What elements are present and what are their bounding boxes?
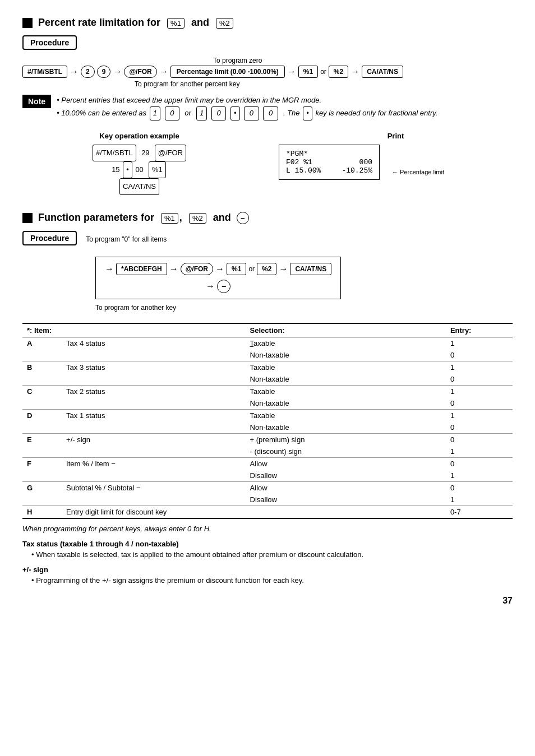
row-item-H: Entry digit limit for discount key bbox=[62, 506, 246, 519]
arrow5: → bbox=[350, 67, 359, 76]
row-item-G: Subtotal % / Subtotal − bbox=[62, 482, 246, 494]
keyop-line2: 15 • 00 %1 bbox=[22, 161, 256, 178]
procedure-badge-1: Procedure bbox=[22, 35, 77, 50]
row-sel-D2: Non-taxable bbox=[246, 421, 446, 434]
th-selection: Selection: bbox=[246, 323, 446, 337]
key-0d: 0 bbox=[263, 106, 278, 120]
keyop-section: Key operation example #/TM/SBTL 29 @/FOR… bbox=[22, 132, 256, 195]
node-pct-limit: Percentage limit (0.00 -100.00%) bbox=[170, 66, 285, 78]
arrow1: → bbox=[70, 67, 79, 76]
flow-row-1: #/TM/SBTL → 2 9 → @/FOR → Percentage lim… bbox=[22, 66, 403, 78]
node-caatns: CA/AT/NS bbox=[362, 66, 403, 78]
node-pct2: %2 bbox=[329, 66, 348, 78]
key-1a: 1 bbox=[150, 106, 160, 120]
row-key-H: H bbox=[22, 506, 62, 519]
node-f-pct1: %1 bbox=[227, 263, 246, 275]
table-row: Non-taxable 0 bbox=[22, 373, 513, 386]
print-line-l15: L 15.00% -10.25% bbox=[286, 166, 372, 175]
node-2: 2 bbox=[81, 66, 95, 78]
table-row: B Tax 3 status Taxable 1 bbox=[22, 361, 513, 374]
key-percent2-badge: %2 bbox=[216, 18, 233, 29]
table-row: D Tax 1 status Taxable 1 bbox=[22, 410, 513, 422]
th-entry: Entry: bbox=[446, 323, 513, 337]
row-sel-F1: Allow bbox=[246, 458, 446, 470]
key-dot: • bbox=[230, 106, 240, 120]
node-f-caatns: CA/AT/NS bbox=[290, 263, 331, 275]
row-sel-D1: Taxable bbox=[246, 410, 446, 422]
key-0c: 0 bbox=[244, 106, 259, 120]
node-pct1: %1 bbox=[298, 66, 318, 78]
row-entry-A2: 0 bbox=[446, 349, 513, 361]
keyop-line1: #/TM/SBTL 29 @/FOR bbox=[22, 145, 256, 161]
page-number: 37 bbox=[22, 596, 513, 606]
section2-bullet bbox=[22, 213, 33, 223]
note-line1: • Percent entries that exceed the upper … bbox=[57, 95, 437, 106]
row-sel-G1: Allow bbox=[246, 482, 446, 494]
s2-key-pct1: %1 bbox=[161, 213, 178, 224]
section1-header: Percent rate limitation for %1 and %2 bbox=[22, 17, 513, 29]
th-item: *: Item: bbox=[22, 323, 62, 337]
print-f02-left: F02 %1 bbox=[286, 158, 312, 166]
row-item-D: Tax 1 status bbox=[62, 410, 246, 422]
print-l15-right: -10.25% bbox=[342, 166, 372, 175]
row-sel-G2: Disallow bbox=[246, 494, 446, 506]
node-minus-circle: − bbox=[217, 280, 230, 293]
func-flow-row2: → − bbox=[206, 280, 331, 293]
row-entry-B1: 1 bbox=[446, 361, 513, 374]
row-entry-B2: 0 bbox=[446, 373, 513, 386]
table-note: When programming for percent keys, alway… bbox=[22, 525, 513, 533]
note-line2: • 10.00% can be entered as 1 0 or 1 0 • … bbox=[57, 106, 437, 120]
note-content: • Percent entries that exceed the upper … bbox=[57, 95, 437, 120]
row-item-B: Tax 3 status bbox=[62, 361, 246, 374]
table-header-row: *: Item: Selection: Entry: bbox=[22, 323, 513, 337]
row-item-C: Tax 2 status bbox=[62, 386, 246, 398]
row-entry-E2: 1 bbox=[446, 446, 513, 458]
sub-title-pm: +/- sign bbox=[22, 565, 513, 574]
keyop-keys: #/TM/SBTL 29 @/FOR 15 • 00 %1 CA/AT/NS bbox=[22, 145, 256, 195]
row-key-B: B bbox=[22, 361, 62, 374]
sub-bullet-tax: • When taxable is selected, tax is appli… bbox=[31, 550, 513, 559]
row-sel-A1: Taxable bbox=[246, 337, 446, 350]
key-percent1-badge: %1 bbox=[167, 18, 185, 29]
sub-title-tax: Tax status (taxable 1 through 4 / non-ta… bbox=[22, 540, 513, 548]
flow-label-top: To program zero bbox=[213, 57, 262, 64]
table-row: E +/- sign + (premium) sign 0 bbox=[22, 434, 513, 446]
row-sel-E1: + (premium) sign bbox=[246, 434, 446, 446]
flow-label-func-top: To program "0" for all items bbox=[86, 235, 167, 243]
row-sel-C1: Taxable bbox=[246, 386, 446, 398]
row-entry-C1: 1 bbox=[446, 386, 513, 398]
table-row: Disallow 1 bbox=[22, 494, 513, 506]
node-9: 9 bbox=[97, 66, 111, 78]
node-hashtm: #/TM/SBTL bbox=[22, 66, 67, 78]
note-box: Note • Percent entries that exceed the u… bbox=[22, 95, 513, 120]
row-key-F: F bbox=[22, 458, 62, 470]
arrow3: → bbox=[159, 67, 168, 76]
key-dot2: • bbox=[303, 106, 312, 120]
func-flow-row1: → *ABCDEFGH → @/FOR → %1 or %2 → CA/AT/N… bbox=[105, 263, 331, 275]
table-row: Non-taxable 0 bbox=[22, 349, 513, 361]
table-row: A Tax 4 status Taxable 1 bbox=[22, 337, 513, 350]
flow-label-bottom: To program for another percent key bbox=[135, 80, 239, 88]
row-item-A: Tax 4 status bbox=[62, 337, 246, 350]
procedure-badge-2: Procedure bbox=[22, 231, 77, 245]
row-entry-G1: 0 bbox=[446, 482, 513, 494]
row-entry-G2: 1 bbox=[446, 494, 513, 506]
node-atfor2: @/FOR bbox=[181, 263, 213, 275]
section2-procedure-row: Procedure To program "0" for all items bbox=[22, 231, 513, 252]
print-f02-right: 000 bbox=[359, 158, 372, 166]
arrow4: → bbox=[287, 67, 296, 76]
note-label: Note bbox=[22, 95, 51, 108]
node-atfor: @/FOR bbox=[124, 66, 156, 78]
flow-or-1: or bbox=[320, 68, 326, 76]
th-name bbox=[62, 323, 246, 337]
row-key-A: A bbox=[22, 337, 62, 350]
items-table: *: Item: Selection: Entry: A Tax 4 statu… bbox=[22, 323, 513, 519]
row-sel-H bbox=[246, 506, 446, 519]
row-entry-C2: 0 bbox=[446, 397, 513, 410]
key-1b: 1 bbox=[196, 106, 207, 120]
kop-caatns: CA/AT/NS bbox=[119, 178, 159, 195]
row-entry-F2: 1 bbox=[446, 470, 513, 482]
row-item-E: +/- sign bbox=[62, 434, 246, 446]
row-item-F: Item % / Item − bbox=[62, 458, 246, 470]
row-sel-C2: Non-taxable bbox=[246, 397, 446, 410]
